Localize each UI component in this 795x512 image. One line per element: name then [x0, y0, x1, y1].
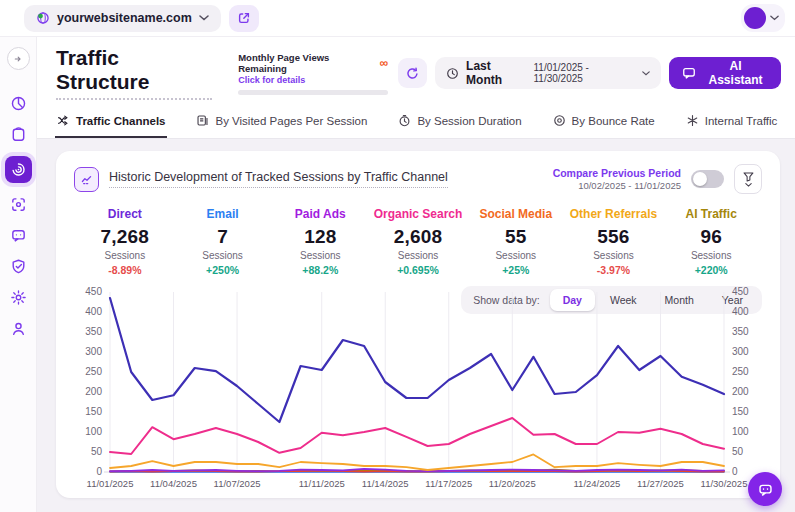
stat-value: 7,268: [76, 226, 174, 248]
svg-text:11/14/2025: 11/14/2025: [362, 478, 409, 489]
sidebar-item-settings[interactable]: [5, 284, 32, 311]
website-name: yourwebsitename.com: [57, 11, 192, 25]
svg-text:50: 50: [732, 446, 744, 457]
chevron-down-icon: [199, 15, 209, 21]
stat-value: 55: [467, 226, 565, 248]
stat-value: 7: [174, 226, 272, 248]
date-range-value: 11/01/2025 - 11/30/2025: [534, 62, 636, 84]
stat-unit: Sessions: [271, 250, 369, 261]
sidebar-item-tracking[interactable]: [5, 191, 32, 218]
website-selector[interactable]: yourwebsitename.com: [24, 5, 221, 32]
svg-text:11/20/2025: 11/20/2025: [489, 478, 536, 489]
avatar: [744, 7, 766, 29]
stat-unit: Sessions: [369, 250, 467, 261]
tab-by-bounce-rate[interactable]: By Bounce Rate: [551, 112, 657, 138]
date-range-selector[interactable]: Last Month 11/01/2025 - 11/30/2025: [435, 57, 661, 89]
tab-internal-traffic[interactable]: Internal Traffic: [684, 112, 780, 138]
support-chat-button[interactable]: [748, 472, 782, 506]
stat-other-referrals: Other Referrals 556 Sessions -3.97%: [565, 207, 663, 276]
channel-stats-row: Direct 7,268 Sessions -8.89% Email 7 Ses…: [74, 207, 762, 276]
svg-text:11/07/2025: 11/07/2025: [214, 478, 261, 489]
scan-target-icon: [10, 196, 27, 213]
stat-delta: -8.89%: [76, 264, 174, 276]
chevron-down-icon: [770, 15, 779, 21]
sidebar-item-dashboard[interactable]: [5, 90, 32, 117]
svg-text:11/11/2025: 11/11/2025: [299, 478, 345, 489]
stat-unit: Sessions: [565, 250, 663, 261]
content-area: Historic Development of Tracked Sessions…: [37, 139, 795, 512]
pie-chart-icon: [10, 95, 27, 112]
sidebar-collapse-button[interactable]: [7, 47, 30, 70]
svg-text:11/24/2025: 11/24/2025: [574, 478, 621, 489]
svg-text:450: 450: [85, 286, 102, 297]
svg-text:300: 300: [732, 346, 749, 357]
stat-label: Other Referrals: [565, 207, 663, 221]
stopwatch-icon: [398, 114, 411, 127]
page-views-quota: Monthly Page Views Remaining ∞ Click for…: [238, 52, 388, 95]
svg-text:50: 50: [91, 446, 103, 457]
compare-label: Compare Previous Period: [553, 167, 681, 180]
stat-label: Social Media: [467, 207, 565, 221]
user-menu[interactable]: [741, 4, 785, 32]
stat-ai-traffic: AI Traffic 96 Sessions +220%: [662, 207, 760, 276]
page-title: Traffic Structure: [56, 46, 212, 100]
stat-delta: -3.97%: [565, 264, 663, 276]
stat-delta: +250%: [174, 264, 272, 276]
clock-icon: [446, 67, 459, 80]
sidebar-item-reports[interactable]: [5, 121, 32, 148]
asterisk-icon: [686, 114, 699, 127]
stat-delta: +88.2%: [271, 264, 369, 276]
tab-label: By Session Duration: [417, 115, 521, 127]
tab-by-visited-pages[interactable]: By Visited Pages Per Session: [194, 112, 369, 138]
svg-text:100: 100: [85, 426, 102, 437]
stat-delta: +25%: [467, 264, 565, 276]
sidebar-item-messages[interactable]: [5, 222, 32, 249]
clipboard-icon: [10, 126, 27, 143]
svg-text:300: 300: [85, 346, 102, 357]
arrow-right-circle-icon: [11, 52, 25, 66]
compare-previous-period: Compare Previous Period 10/02/2025 - 11/…: [553, 167, 681, 192]
globe-icon: [36, 11, 50, 25]
quota-progress-bar: [238, 90, 388, 95]
svg-text:11/27/2025: 11/27/2025: [637, 478, 684, 489]
svg-text:11/17/2025: 11/17/2025: [425, 478, 472, 489]
tab-label: Traffic Channels: [76, 115, 165, 127]
stat-social-media: Social Media 55 Sessions +25%: [467, 207, 565, 276]
stat-value: 128: [271, 226, 369, 248]
chat-bubble-icon: [682, 66, 696, 80]
quota-details-link[interactable]: Click for details: [238, 75, 388, 85]
sidebar-item-security[interactable]: [5, 253, 32, 280]
tab-traffic-channels[interactable]: Traffic Channels: [55, 112, 167, 138]
compare-range: 10/02/2025 - 11/01/2025: [553, 180, 681, 192]
stat-label: Paid Ads: [271, 207, 369, 221]
stat-delta: +0.695%: [369, 264, 467, 276]
sidebar-item-traffic[interactable]: [5, 156, 32, 183]
svg-text:200: 200: [732, 386, 749, 397]
open-website-button[interactable]: [229, 5, 259, 32]
compare-toggle[interactable]: [691, 170, 724, 188]
stat-label: Email: [174, 207, 272, 221]
tab-label: By Bounce Rate: [572, 115, 655, 127]
ai-assistant-label: AI Assistant: [703, 59, 768, 87]
refresh-button[interactable]: [398, 58, 427, 88]
svg-text:0: 0: [96, 466, 102, 477]
svg-text:11/04/2025: 11/04/2025: [150, 478, 197, 489]
tab-by-session-duration[interactable]: By Session Duration: [396, 112, 523, 138]
sidebar: [0, 37, 37, 512]
gear-icon: [10, 289, 27, 306]
stat-value: 96: [662, 226, 760, 248]
filter-button[interactable]: [734, 164, 762, 194]
sessions-line-chart: 0050501001001501502002002502503003003503…: [74, 318, 762, 492]
stat-unit: Sessions: [174, 250, 272, 261]
sidebar-item-account[interactable]: [5, 315, 32, 342]
svg-text:0: 0: [732, 466, 738, 477]
stat-value: 556: [565, 226, 663, 248]
chat-robot-icon: [757, 481, 774, 498]
ai-assistant-button[interactable]: AI Assistant: [669, 57, 781, 89]
date-preset-label: Last Month: [466, 59, 526, 87]
stat-paid-ads: Paid Ads 128 Sessions +88.2%: [271, 207, 369, 276]
target-icon: [553, 114, 566, 127]
svg-text:100: 100: [732, 426, 749, 437]
stat-label: Organic Search: [369, 207, 467, 221]
stat-unit: Sessions: [467, 250, 565, 261]
